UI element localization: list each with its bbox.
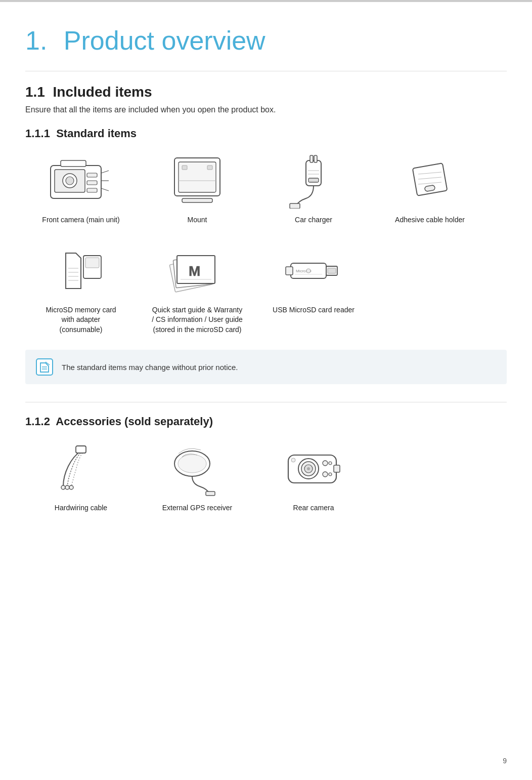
svg-point-46 [306,269,311,273]
item-usb-microsd-reader: MicroSD USB MicroSD card reader [258,240,369,335]
adhesive-cable-holder-label: Adhesive cable holder [395,215,465,225]
standard-items-row1: Front camera (main unit) Mount [25,150,507,225]
subsection-1-1-2-title: 1.1.2 Accessories (sold separately) [25,415,507,428]
standard-items-row2: MicroSD memory cardwith adapter(consumab… [25,240,507,335]
microsd-icon [40,240,121,301]
svg-point-61 [307,467,310,470]
svg-rect-43 [286,267,293,275]
divider [25,71,507,71]
svg-point-51 [61,485,65,489]
svg-rect-4 [87,173,97,177]
item-external-gps: External GPS receiver [142,438,253,513]
note-box: The standard items may change without pr… [25,350,507,384]
usb-microsd-reader-icon: MicroSD [273,240,354,301]
svg-rect-14 [182,166,187,170]
item-microsd-card: MicroSD memory cardwith adapter(consumab… [25,240,137,335]
svg-line-10 [101,188,109,191]
svg-point-63 [329,462,332,465]
hardwiring-cable-label: Hardwiring cable [55,503,107,513]
car-charger-label: Car charger [295,215,332,225]
svg-rect-6 [87,188,97,192]
svg-point-66 [291,458,295,462]
rear-camera-label: Rear camera [293,503,334,513]
svg-point-62 [323,461,328,466]
svg-rect-15 [207,166,212,170]
mount-label: Mount [188,215,207,225]
usb-microsd-reader-label: USB MicroSD card reader [273,305,354,315]
note-text: The standard items may change without pr… [62,363,238,372]
svg-rect-18 [310,155,313,162]
item-hardwiring-cable: Hardwiring cable [25,438,137,513]
rear-camera-icon [273,438,354,499]
item-car-charger: Car charger [258,150,369,225]
item-front-camera: Front camera (main unit) [25,150,137,225]
quick-start-guide-label: Quick start guide & Warranty/ CS informa… [152,305,243,335]
hardwiring-cable-icon [40,438,121,499]
mount-icon [157,150,238,211]
svg-rect-50 [76,446,86,453]
subsection-1-1-1-title: 1.1.1 Standard items [25,127,507,140]
item-rear-camera: Rear camera [258,438,369,513]
item-mount: Mount [142,150,253,225]
front-camera-icon [40,150,121,211]
svg-point-3 [66,177,74,185]
svg-point-65 [329,473,332,476]
svg-rect-34 [85,258,99,268]
svg-rect-7 [61,160,86,167]
car-charger-icon [273,150,354,211]
svg-rect-42 [328,268,336,273]
quick-start-guide-icon: M [157,240,238,301]
section-1-1-title: 1.1 Included items [25,84,507,100]
svg-text:M: M [189,263,200,279]
divider2 [25,402,507,402]
svg-point-64 [323,472,328,477]
accessories-row: Hardwiring cable External GPS receiver [25,438,507,513]
svg-rect-16 [182,198,212,202]
main-title: 1. Product overview [25,25,507,56]
svg-rect-56 [206,491,215,496]
svg-rect-21 [290,203,300,209]
item-adhesive-cable-holder: Adhesive cable holder [374,150,485,225]
section-desc: Ensure that all the items are included w… [25,105,507,114]
adhesive-cable-holder-icon [389,150,470,211]
front-camera-label: Front camera (main unit) [42,215,119,225]
page-number: 9 [503,757,507,765]
item-quick-start-guide: M Quick start guide & Warranty/ CS infor… [142,240,253,335]
microsd-label: MicroSD memory cardwith adapter(consumab… [46,305,116,335]
svg-line-8 [101,171,109,173]
svg-rect-5 [87,181,97,185]
svg-rect-19 [314,155,317,162]
note-icon [35,358,54,376]
svg-rect-67 [334,465,340,472]
svg-rect-20 [308,178,319,182]
svg-point-53 [69,485,73,489]
external-gps-icon [157,438,238,499]
svg-point-52 [65,485,69,489]
svg-point-55 [178,455,206,473]
external-gps-label: External GPS receiver [162,503,233,513]
top-border [0,0,532,2]
